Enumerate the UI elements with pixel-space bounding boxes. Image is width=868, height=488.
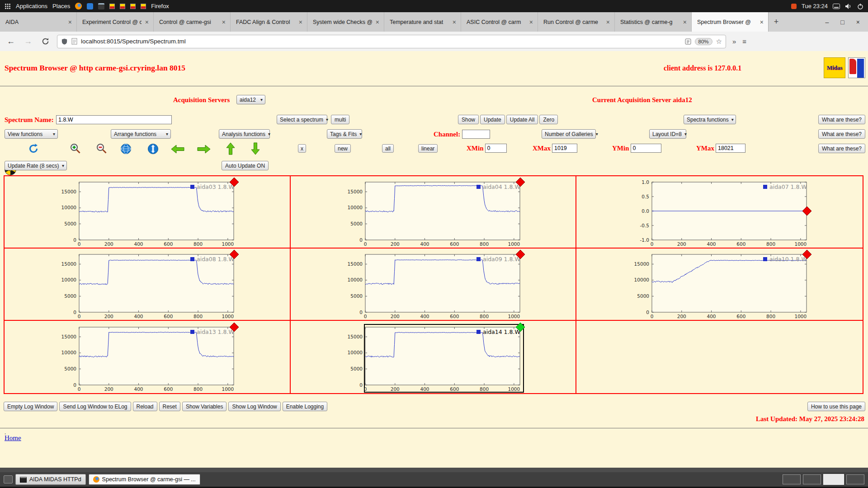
taskbar-item-midas-httpd[interactable]: AIDA MIDAS HTTPd <box>15 474 86 485</box>
reader-mode-icon[interactable] <box>685 38 691 45</box>
browser-tab-system-checks[interactable]: System wide Checks @× <box>307 12 384 32</box>
tab-close-icon[interactable]: × <box>682 19 688 26</box>
menu-icon[interactable]: ≡ <box>742 38 746 45</box>
spectrum-panel-aida04[interactable]: 05000100001500002004006008001000aida04 1… <box>291 176 577 249</box>
home-link[interactable]: Home <box>5 434 21 442</box>
xmax-input[interactable] <box>552 144 577 153</box>
tab-close-icon[interactable]: × <box>221 19 226 26</box>
tags-fits-dropdown[interactable]: Tags & Fits▾ <box>327 129 362 139</box>
multi-button[interactable]: multi <box>331 115 349 124</box>
tab-close-icon[interactable]: × <box>605 19 611 26</box>
keyboard-layout-icon[interactable] <box>833 4 840 9</box>
shield-icon[interactable] <box>61 38 68 45</box>
reload-button[interactable] <box>40 38 51 45</box>
terminal-icon[interactable] <box>98 3 104 9</box>
zoom-in-icon[interactable] <box>69 142 81 155</box>
arrow-down-icon[interactable] <box>250 142 261 155</box>
browser-tab-experiment-control[interactable]: Experiment Control @ c× <box>77 12 154 32</box>
window-minimize-button[interactable]: – <box>826 19 829 26</box>
window-maximize-button[interactable]: □ <box>840 19 844 26</box>
ymax-input[interactable] <box>716 144 745 153</box>
analysis-functions-dropdown[interactable]: Analysis functions▾ <box>219 129 270 139</box>
spectrum-panel-aida07[interactable]: 1.00.50.0-0.5-1.002004006008001000aida07… <box>576 176 863 249</box>
all-button[interactable]: all <box>382 144 394 153</box>
tab-close-icon[interactable]: × <box>375 19 380 26</box>
browser-tab-aida[interactable]: AIDA× <box>0 12 77 32</box>
menu-applications[interactable]: Applications <box>16 3 47 9</box>
zoom-out-icon[interactable] <box>95 142 108 155</box>
back-button[interactable]: ← <box>5 37 16 46</box>
tab-close-icon[interactable]: × <box>67 19 73 26</box>
show-button[interactable]: Show <box>458 115 479 124</box>
update-button[interactable]: Update <box>480 115 505 124</box>
new-tab-button[interactable]: + <box>769 12 784 32</box>
spectrum-name-input[interactable] <box>56 115 172 124</box>
spectra-functions-dropdown[interactable]: Spectra functions▾ <box>684 115 736 124</box>
update-rate-dropdown[interactable]: Update Rate (8 secs)▾ <box>5 161 67 170</box>
overflow-icon[interactable]: » <box>732 38 736 45</box>
spectrum-panel-aida08[interactable]: 05000100001500002004006008001000aida08 1… <box>5 249 291 321</box>
browser-tab-temperature[interactable]: Temperature and stat× <box>384 12 461 32</box>
url-bar[interactable]: localhost:8015/Spectrum/Spectrum.tml 80%… <box>57 35 726 48</box>
bookmark-star-icon[interactable]: ☆ <box>716 38 722 46</box>
spectrum-panel-aida10[interactable]: 05000100001500002004006008001000aida10 1… <box>576 249 863 321</box>
tab-close-icon[interactable]: × <box>528 19 534 26</box>
midas-window-icon[interactable] <box>130 4 136 9</box>
spectrum-panel-aida03[interactable]: 05000100001500002004006008001000aida03 1… <box>5 176 291 249</box>
arrow-up-icon[interactable] <box>225 142 236 155</box>
url-text[interactable]: localhost:8015/Spectrum/Spectrum.tml <box>81 38 186 45</box>
arrow-right-icon[interactable] <box>197 144 211 155</box>
recording-indicator-icon[interactable] <box>791 4 797 9</box>
tab-close-icon[interactable]: × <box>298 19 303 26</box>
globe-icon[interactable] <box>120 143 132 155</box>
workspace-4[interactable] <box>846 474 864 484</box>
layout-id-dropdown[interactable]: Layout ID=8▾ <box>649 129 686 139</box>
tab-close-icon[interactable]: × <box>144 19 150 26</box>
menu-places[interactable]: Places <box>52 3 70 9</box>
workspace-3[interactable] <box>823 474 844 485</box>
xmin-input[interactable] <box>485 144 507 153</box>
select-spectrum-dropdown[interactable]: Select a spectrum▾ <box>277 115 327 124</box>
empty-log-button[interactable]: Empty Log Window <box>4 402 57 411</box>
new-button[interactable]: new <box>335 144 351 153</box>
workspace-1[interactable] <box>783 474 801 484</box>
browser-tab-run-control[interactable]: Run Control @ carme× <box>538 12 615 32</box>
reload-page-button[interactable]: Reload <box>133 402 157 411</box>
workspace-2[interactable] <box>803 474 821 484</box>
what-are-these-button-3[interactable]: What are these? <box>818 144 865 153</box>
arrow-left-icon[interactable] <box>170 144 185 155</box>
midas-window-icon[interactable] <box>120 4 125 9</box>
taskbar-item-spectrum-browser[interactable]: Spectrum Browser @ carme-gsi — ... <box>89 474 200 485</box>
midas-window-icon[interactable] <box>141 4 146 9</box>
what-are-these-button-2[interactable]: What are these? <box>818 129 865 139</box>
volume-icon[interactable] <box>845 3 852 9</box>
browser-tab-spectrum-browser[interactable]: Spectrum Browser @× <box>692 12 769 32</box>
linear-button[interactable]: linear <box>418 144 438 153</box>
power-icon[interactable] <box>857 3 863 9</box>
tab-close-icon[interactable]: × <box>759 19 764 26</box>
clock[interactable]: Tue 23:24 <box>802 3 828 9</box>
how-to-button[interactable]: How to use this page <box>807 402 865 411</box>
apps-grid-icon[interactable] <box>5 3 11 9</box>
browser-tab-statistics[interactable]: Statistics @ carme-g× <box>615 12 692 32</box>
ymin-input[interactable] <box>631 144 661 153</box>
browser-tab-asic[interactable]: ASIC Control @ carm× <box>461 12 538 32</box>
app-icon-blue[interactable] <box>87 3 93 9</box>
refresh-icon[interactable] <box>28 143 39 155</box>
enable-logging-button[interactable]: Enable Logging <box>283 402 327 411</box>
x-button[interactable]: x <box>298 144 306 153</box>
window-close-button[interactable]: × <box>856 19 860 26</box>
firefox-icon[interactable] <box>75 3 82 9</box>
spectrum-panel-aida09[interactable]: 05000100001500002004006008001000aida09 1… <box>291 249 577 321</box>
num-galleries-dropdown[interactable]: Number of Galleries▾ <box>542 129 596 139</box>
midas-window-icon[interactable] <box>109 4 115 9</box>
show-variables-button[interactable]: Show Variables <box>182 402 227 411</box>
auto-update-button[interactable]: Auto Update ON <box>222 161 269 170</box>
acq-server-select[interactable]: aida12▾ <box>236 95 265 104</box>
spectrum-panel-aida13[interactable]: 05000100001500002004006008001000aida13 1… <box>5 321 291 393</box>
forward-button[interactable]: → <box>23 37 33 46</box>
channel-input[interactable] <box>462 130 490 139</box>
show-log-window-button[interactable]: Show Log Window <box>228 402 280 411</box>
zero-button[interactable]: Zero <box>539 115 558 124</box>
spectrum-panel-aida14[interactable]: 05000100001500002004006008001000aida14 1… <box>291 321 577 393</box>
